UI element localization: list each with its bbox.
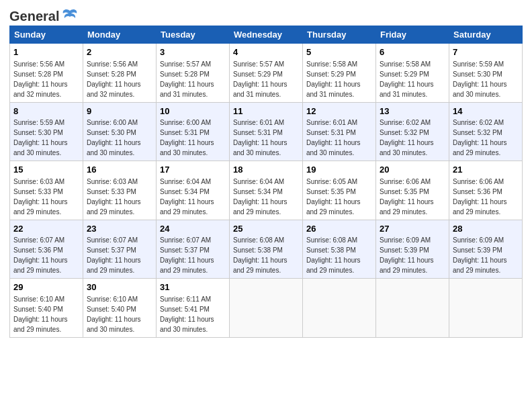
- header: General: [9, 7, 523, 23]
- calendar-day-cell: 1Sunrise: 5:56 AM Sunset: 5:28 PM Daylig…: [10, 44, 83, 103]
- calendar-day-cell: 18Sunrise: 6:04 AM Sunset: 5:34 PM Dayli…: [230, 161, 303, 220]
- day-number: 20: [380, 164, 445, 176]
- day-number: 22: [13, 223, 79, 235]
- calendar-day-cell: [376, 279, 449, 338]
- day-number: 24: [160, 223, 226, 235]
- calendar-day-cell: 2Sunrise: 5:56 AM Sunset: 5:28 PM Daylig…: [83, 44, 157, 103]
- day-number: 4: [233, 46, 299, 58]
- weekday-header: Wednesday: [230, 26, 303, 44]
- calendar-day-cell: [449, 279, 523, 338]
- day-info: Sunrise: 6:04 AM Sunset: 5:34 PM Dayligh…: [233, 178, 287, 216]
- weekday-header: Friday: [376, 26, 449, 44]
- calendar-day-cell: 11Sunrise: 6:01 AM Sunset: 5:31 PM Dayli…: [230, 102, 303, 161]
- day-number: 18: [233, 164, 299, 176]
- calendar-week-row: 8Sunrise: 5:59 AM Sunset: 5:30 PM Daylig…: [10, 102, 523, 161]
- calendar-day-cell: [303, 279, 376, 338]
- page-container: General SundayMondayTuesdayWednesdayThur…: [0, 0, 532, 343]
- calendar-week-row: 29Sunrise: 6:10 AM Sunset: 5:40 PM Dayli…: [10, 279, 523, 338]
- day-number: 21: [453, 164, 519, 176]
- day-number: 3: [160, 46, 226, 58]
- day-number: 11: [233, 105, 299, 118]
- day-info: Sunrise: 6:02 AM Sunset: 5:32 PM Dayligh…: [453, 119, 507, 156]
- calendar-day-cell: 30Sunrise: 6:10 AM Sunset: 5:40 PM Dayli…: [83, 279, 157, 338]
- weekday-header: Saturday: [449, 26, 523, 44]
- logo-text: General: [9, 9, 59, 24]
- calendar-day-cell: 4Sunrise: 5:57 AM Sunset: 5:29 PM Daylig…: [230, 44, 303, 103]
- calendar-day-cell: 15Sunrise: 6:03 AM Sunset: 5:33 PM Dayli…: [10, 161, 83, 220]
- calendar-day-cell: 9Sunrise: 6:00 AM Sunset: 5:30 PM Daylig…: [83, 102, 157, 161]
- day-number: 13: [380, 105, 445, 118]
- calendar-day-cell: 25Sunrise: 6:08 AM Sunset: 5:38 PM Dayli…: [230, 220, 303, 279]
- day-number: 16: [87, 164, 152, 176]
- day-info: Sunrise: 6:03 AM Sunset: 5:33 PM Dayligh…: [87, 178, 141, 216]
- day-info: Sunrise: 6:06 AM Sunset: 5:35 PM Dayligh…: [380, 178, 434, 216]
- calendar-day-cell: 20Sunrise: 6:06 AM Sunset: 5:35 PM Dayli…: [376, 161, 449, 220]
- weekday-header: Tuesday: [157, 26, 230, 44]
- day-info: Sunrise: 6:04 AM Sunset: 5:34 PM Dayligh…: [160, 178, 214, 216]
- calendar-day-cell: 22Sunrise: 6:07 AM Sunset: 5:36 PM Dayli…: [10, 220, 83, 279]
- day-number: 26: [306, 223, 372, 235]
- weekday-header: Thursday: [303, 26, 376, 44]
- day-info: Sunrise: 6:09 AM Sunset: 5:39 PM Dayligh…: [453, 236, 507, 274]
- weekday-header: Monday: [83, 26, 157, 44]
- day-number: 5: [306, 46, 372, 58]
- day-info: Sunrise: 5:58 AM Sunset: 5:29 PM Dayligh…: [306, 60, 361, 98]
- calendar-day-cell: 3Sunrise: 5:57 AM Sunset: 5:28 PM Daylig…: [157, 44, 230, 103]
- day-info: Sunrise: 6:10 AM Sunset: 5:40 PM Dayligh…: [13, 295, 68, 333]
- day-info: Sunrise: 6:07 AM Sunset: 5:37 PM Dayligh…: [87, 236, 141, 274]
- calendar-day-cell: 16Sunrise: 6:03 AM Sunset: 5:33 PM Dayli…: [83, 161, 157, 220]
- calendar-day-cell: 28Sunrise: 6:09 AM Sunset: 5:39 PM Dayli…: [449, 220, 523, 279]
- calendar-day-cell: [230, 279, 303, 338]
- day-info: Sunrise: 6:00 AM Sunset: 5:31 PM Dayligh…: [160, 119, 214, 156]
- calendar-day-cell: 27Sunrise: 6:09 AM Sunset: 5:39 PM Dayli…: [376, 220, 449, 279]
- day-info: Sunrise: 6:08 AM Sunset: 5:38 PM Dayligh…: [306, 236, 361, 274]
- calendar-day-cell: 13Sunrise: 6:02 AM Sunset: 5:32 PM Dayli…: [376, 102, 449, 161]
- calendar-day-cell: 21Sunrise: 6:06 AM Sunset: 5:36 PM Dayli…: [449, 161, 523, 220]
- day-info: Sunrise: 5:56 AM Sunset: 5:28 PM Dayligh…: [87, 60, 141, 98]
- day-number: 17: [160, 164, 226, 176]
- day-info: Sunrise: 5:56 AM Sunset: 5:28 PM Dayligh…: [13, 60, 68, 98]
- logo: General: [9, 7, 79, 23]
- day-info: Sunrise: 6:07 AM Sunset: 5:37 PM Dayligh…: [160, 236, 214, 274]
- day-info: Sunrise: 6:05 AM Sunset: 5:35 PM Dayligh…: [306, 178, 361, 216]
- day-info: Sunrise: 5:57 AM Sunset: 5:28 PM Dayligh…: [160, 60, 214, 98]
- day-info: Sunrise: 5:58 AM Sunset: 5:29 PM Dayligh…: [380, 60, 434, 98]
- calendar-day-cell: 29Sunrise: 6:10 AM Sunset: 5:40 PM Dayli…: [10, 279, 83, 338]
- calendar-day-cell: 17Sunrise: 6:04 AM Sunset: 5:34 PM Dayli…: [157, 161, 230, 220]
- day-number: 25: [233, 223, 299, 235]
- calendar-day-cell: 7Sunrise: 5:59 AM Sunset: 5:30 PM Daylig…: [449, 44, 523, 103]
- day-info: Sunrise: 6:00 AM Sunset: 5:30 PM Dayligh…: [87, 119, 141, 156]
- calendar-day-cell: 10Sunrise: 6:00 AM Sunset: 5:31 PM Dayli…: [157, 102, 230, 161]
- day-info: Sunrise: 6:02 AM Sunset: 5:32 PM Dayligh…: [380, 119, 434, 156]
- day-number: 27: [380, 223, 445, 235]
- day-number: 10: [160, 105, 226, 118]
- day-info: Sunrise: 6:01 AM Sunset: 5:31 PM Dayligh…: [306, 119, 361, 156]
- calendar-day-cell: 14Sunrise: 6:02 AM Sunset: 5:32 PM Dayli…: [449, 102, 523, 161]
- day-info: Sunrise: 6:08 AM Sunset: 5:38 PM Dayligh…: [233, 236, 287, 274]
- calendar-day-cell: 24Sunrise: 6:07 AM Sunset: 5:37 PM Dayli…: [157, 220, 230, 279]
- day-number: 19: [306, 164, 372, 176]
- day-number: 2: [87, 46, 152, 58]
- calendar-day-cell: 12Sunrise: 6:01 AM Sunset: 5:31 PM Dayli…: [303, 102, 376, 161]
- day-number: 28: [453, 223, 519, 235]
- day-info: Sunrise: 5:59 AM Sunset: 5:30 PM Dayligh…: [13, 119, 68, 156]
- calendar-week-row: 1Sunrise: 5:56 AM Sunset: 5:28 PM Daylig…: [10, 44, 523, 103]
- day-number: 29: [13, 281, 79, 293]
- day-number: 7: [453, 46, 519, 58]
- day-number: 31: [160, 281, 226, 293]
- logo-bird-icon: [60, 7, 79, 26]
- day-info: Sunrise: 6:03 AM Sunset: 5:33 PM Dayligh…: [13, 178, 68, 216]
- day-number: 12: [306, 105, 372, 118]
- day-info: Sunrise: 6:09 AM Sunset: 5:39 PM Dayligh…: [380, 236, 434, 274]
- calendar-header-row: SundayMondayTuesdayWednesdayThursdayFrid…: [10, 26, 523, 44]
- calendar-day-cell: 8Sunrise: 5:59 AM Sunset: 5:30 PM Daylig…: [10, 102, 83, 161]
- day-info: Sunrise: 6:06 AM Sunset: 5:36 PM Dayligh…: [453, 178, 507, 216]
- day-number: 23: [87, 223, 152, 235]
- day-number: 14: [453, 105, 519, 118]
- day-info: Sunrise: 6:01 AM Sunset: 5:31 PM Dayligh…: [233, 119, 287, 156]
- day-info: Sunrise: 6:07 AM Sunset: 5:36 PM Dayligh…: [13, 236, 68, 274]
- calendar-table: SundayMondayTuesdayWednesdayThursdayFrid…: [9, 26, 523, 338]
- calendar-day-cell: 31Sunrise: 6:11 AM Sunset: 5:41 PM Dayli…: [157, 279, 230, 338]
- calendar-day-cell: 26Sunrise: 6:08 AM Sunset: 5:38 PM Dayli…: [303, 220, 376, 279]
- calendar-week-row: 22Sunrise: 6:07 AM Sunset: 5:36 PM Dayli…: [10, 220, 523, 279]
